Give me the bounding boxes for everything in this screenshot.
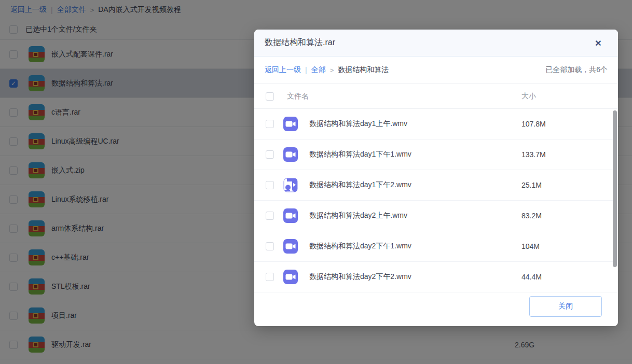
- modal-chevron-right-icon: >: [330, 66, 334, 74]
- row-checkbox[interactable]: [266, 181, 274, 189]
- video-file-icon: [283, 239, 298, 254]
- file-name[interactable]: 数据结构和算法day2上午.wmv: [309, 211, 407, 220]
- video-file-icon: [283, 270, 298, 284]
- modal-footer: 关闭: [254, 292, 618, 326]
- video-file-icon: [283, 117, 298, 131]
- archive-entry-row[interactable]: 数据结构和算法day2上午.wmv 83.2M: [254, 201, 618, 231]
- file-size: 44.4M: [521, 273, 542, 281]
- file-size: 133.7M: [521, 150, 546, 159]
- archive-entry-row[interactable]: 数据结构和算法day1上午.wmv 107.8M: [254, 109, 618, 139]
- size-column-header: 大小: [521, 92, 536, 101]
- video-file-icon: [283, 147, 298, 162]
- modal-scrollbar-thumb[interactable]: [613, 110, 617, 267]
- archive-entry-row[interactable]: 数据结构和算法day1下午2.wmv 25.1M: [254, 170, 618, 201]
- close-button[interactable]: 关闭: [529, 296, 602, 317]
- row-checkbox[interactable]: [266, 150, 274, 159]
- row-checkbox[interactable]: [266, 273, 274, 281]
- row-checkbox[interactable]: [266, 212, 274, 220]
- archive-entry-row[interactable]: 数据结构和算法day1下午1.wmv 133.7M: [254, 139, 618, 170]
- modal-breadcrumb: 返回上一级 | 全部 > 数据结构和算法 已全部加载，共6个: [254, 57, 618, 84]
- archive-entry-row[interactable]: 数据结构和算法day2下午1.wmv 104M: [254, 231, 618, 262]
- file-name[interactable]: 数据结构和算法day2下午1.wmv: [309, 242, 411, 251]
- modal-header: 数据结构和算法.rar ×: [254, 30, 618, 57]
- row-checkbox[interactable]: [266, 242, 274, 250]
- video-file-icon: [283, 208, 298, 223]
- close-icon[interactable]: ×: [591, 36, 606, 50]
- modal-select-all-checkbox[interactable]: [266, 92, 274, 101]
- modal-table-header: 文件名 大小: [254, 84, 618, 109]
- modal-back-to-parent-link[interactable]: 返回上一级: [265, 65, 301, 75]
- file-size: 104M: [521, 242, 540, 250]
- file-name[interactable]: 数据结构和算法day1下午2.wmv: [309, 180, 411, 190]
- archive-preview-dialog: 数据结构和算法.rar × 返回上一级 | 全部 > 数据结构和算法 已全部加载…: [254, 30, 618, 326]
- row-checkbox[interactable]: [266, 120, 274, 128]
- archive-entry-row[interactable]: 数据结构和算法day2下午2.wmv 44.4M: [254, 262, 618, 292]
- modal-all-link[interactable]: 全部: [311, 65, 326, 75]
- modal-breadcrumb-separator: |: [305, 66, 307, 74]
- file-size: 83.2M: [521, 212, 542, 220]
- file-size: 107.8M: [521, 120, 546, 128]
- archive-entry-list: 数据结构和算法day1上午.wmv 107.8M: [254, 109, 618, 292]
- file-name[interactable]: 数据结构和算法day1下午1.wmv: [309, 150, 411, 159]
- filename-column-header: 文件名: [287, 92, 309, 101]
- file-size: 25.1M: [521, 181, 542, 189]
- video-file-icon: [283, 178, 298, 192]
- loaded-status-label: 已全部加载，共6个: [545, 65, 608, 75]
- modal-current-folder-label: 数据结构和算法: [338, 65, 389, 75]
- file-name[interactable]: 数据结构和算法day1上午.wmv: [309, 119, 407, 129]
- modal-title: 数据结构和算法.rar: [265, 37, 335, 48]
- file-name[interactable]: 数据结构和算法day2下午2.wmv: [309, 272, 411, 282]
